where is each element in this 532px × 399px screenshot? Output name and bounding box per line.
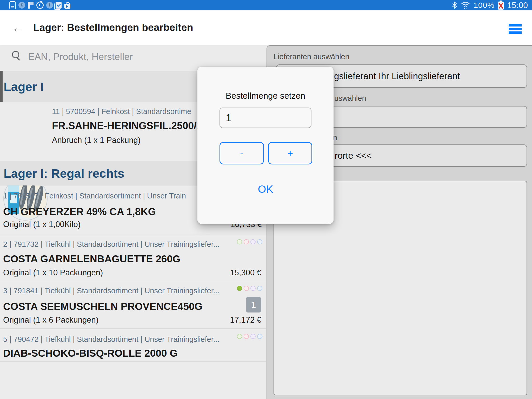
scrollbar[interactable] (0, 71, 3, 102)
status-bar-system-icons: 100% 15:00 (452, 0, 528, 10)
second-select-label: uswählen (334, 94, 366, 103)
section-title: Lager I (4, 79, 44, 94)
row-divider (0, 235, 266, 235)
purple-dot-icon (250, 239, 256, 244)
bluetooth-icon (452, 1, 457, 9)
suppliers-label: Lieferanten auswählen (274, 52, 349, 61)
status-dots (237, 286, 262, 291)
data-usage-icon (36, 2, 44, 9)
purple-dot-icon (250, 334, 256, 339)
supplier-field-text: gslieferant Ihr Lieblingslieferant (334, 64, 460, 88)
pink-dot-icon (244, 334, 249, 339)
back-arrow-icon[interactable]: ← (11, 17, 25, 38)
play-store-icon (64, 2, 70, 9)
status-dots (237, 239, 262, 244)
product-meta: 5 | 790472 | Tiefkühl | Standardsortimen… (3, 335, 220, 344)
increment-button[interactable]: + (268, 142, 312, 164)
battery-percent: 100% (474, 1, 495, 10)
ok-button[interactable]: OK (197, 183, 334, 195)
row-divider (0, 361, 266, 362)
status-bar-notification-icons: € i (9, 0, 70, 10)
dialog-title: Bestellmenge setzen (197, 91, 334, 101)
search-icon (12, 51, 19, 58)
blue-dot-icon (257, 334, 262, 339)
wifi-icon (461, 1, 470, 10)
storage-field-text: rorte <<< (335, 144, 372, 167)
pink-dot-icon (244, 239, 249, 244)
quantity-badge: 1 (246, 297, 261, 312)
product-name: CH GREYERZER 49% CA 1,8KG (3, 206, 156, 217)
flipboard-icon (28, 2, 34, 9)
euro-badge-icon: € (18, 2, 25, 9)
product-meta: 1 | 761567 | Feinkost | Standardsortimen… (3, 192, 186, 200)
product-subline: Original (1 x 10 Packungen) (3, 268, 103, 277)
green-dot-icon (237, 334, 242, 339)
search-input[interactable] (28, 48, 192, 65)
purple-dot-icon (250, 286, 256, 291)
row-divider (0, 282, 266, 282)
clock-text: 15:00 (507, 1, 528, 10)
row-divider (0, 328, 266, 329)
product-meta: 11 | 5700594 | Feinkost | Standardsortim… (52, 107, 191, 116)
set-quantity-dialog: Bestellmenge setzen - + OK (197, 67, 334, 224)
app-screen: € i 100% 15:00 (0, 0, 532, 399)
product-meta: 3 | 791841 | Tiefkühl | Standardsortimen… (3, 287, 220, 295)
hamburger-menu-icon[interactable] (509, 24, 522, 33)
gallery-icon (9, 1, 16, 9)
product-price: 17,172 € (197, 315, 261, 325)
status-bar: € i 100% 15:00 (0, 0, 532, 10)
product-name: DIAB-SCHOKO-BISQ-ROLLE 2000 G (3, 348, 178, 359)
quantity-input[interactable] (220, 108, 311, 128)
product-name: COSTA SEEMUSCHELN PROVENCE450G (3, 301, 202, 312)
product-name: FR.SAHNE-HERINGSFIL.2500/1 (52, 120, 202, 131)
product-name: COSTA GARNELENBAGUETTE 260G (3, 253, 181, 265)
task-check-icon (56, 2, 62, 9)
info-badge-icon: i (46, 2, 53, 9)
pink-dot-icon (244, 286, 249, 291)
green-filled-dot-icon (237, 286, 242, 291)
page-title: Lager: Bestellmengen bearbeiten (33, 10, 193, 45)
product-price: 15,300 € (197, 268, 261, 277)
app-header: ← Lager: Bestellmengen bearbeiten (0, 10, 532, 45)
storage-select-label: n (333, 134, 337, 142)
section-title: Lager I: Regal rechts (4, 166, 124, 181)
product-subline: Anbruch (1 x 1 Packung) (52, 136, 141, 145)
decrement-button[interactable]: - (220, 142, 264, 164)
product-subline: Original (1 x 1,00Kilo) (3, 220, 81, 229)
blue-dot-icon (257, 239, 262, 244)
status-dots (237, 334, 262, 339)
product-subline: Original (1 x 6 Packungen) (3, 315, 98, 325)
product-meta: 2 | 791732 | Tiefkühl | Standardsortimen… (3, 240, 220, 249)
green-dot-icon (237, 239, 242, 244)
blue-dot-icon (257, 286, 262, 291)
battery-unknown-icon (498, 2, 504, 10)
